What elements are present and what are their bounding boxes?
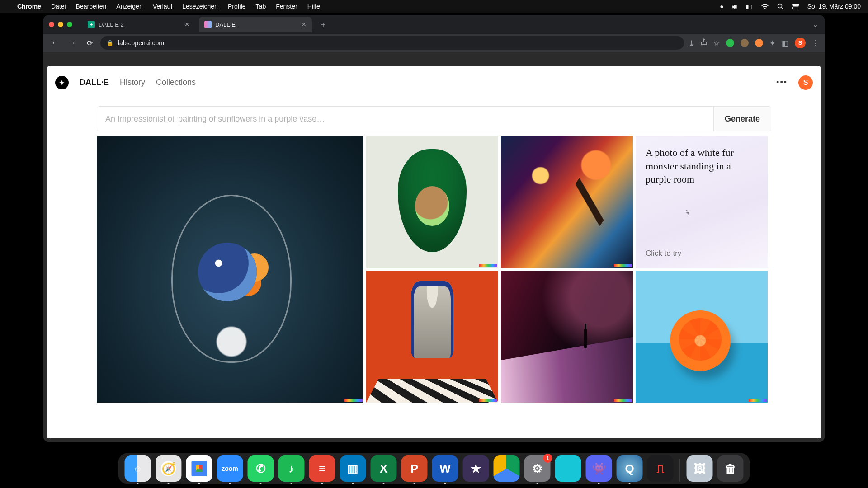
extension-shield-icon[interactable] bbox=[726, 39, 734, 47]
dock-whatsapp[interactable]: ✆ bbox=[248, 455, 274, 482]
palette-strip-icon bbox=[614, 399, 632, 402]
example-gallery: A photo of a white fur monster standing … bbox=[97, 136, 771, 403]
menu-lesezeichen[interactable]: Lesezeichen bbox=[182, 3, 218, 10]
share-icon[interactable] bbox=[701, 38, 707, 47]
dock-trello[interactable]: ▥ bbox=[340, 455, 366, 482]
palette-strip-icon bbox=[749, 399, 767, 402]
record-status-icon[interactable]: ● bbox=[720, 3, 723, 10]
window-close-icon[interactable] bbox=[49, 22, 54, 27]
gallery-tile-dunes[interactable] bbox=[501, 271, 633, 403]
dock-finder[interactable]: ☺ bbox=[125, 455, 151, 482]
gallery-tile-nebula-dunk[interactable] bbox=[501, 136, 633, 268]
extensions-puzzle-icon[interactable]: ✦ bbox=[769, 39, 775, 47]
window-controls bbox=[49, 22, 72, 27]
gallery-tile-avocado-chair[interactable] bbox=[366, 136, 498, 268]
menu-tab[interactable]: Tab bbox=[256, 3, 266, 10]
settings-badge: 1 bbox=[543, 454, 552, 463]
dock-quicktime[interactable]: Q bbox=[617, 455, 643, 482]
nav-dalle[interactable]: DALL·E bbox=[80, 78, 109, 87]
tabs-overflow-icon[interactable]: ⌄ bbox=[812, 20, 818, 29]
extension-icon[interactable] bbox=[741, 39, 749, 47]
menu-datei[interactable]: Datei bbox=[51, 3, 66, 10]
dock-separator bbox=[680, 459, 680, 482]
spotlight-icon[interactable] bbox=[777, 3, 784, 10]
dock-powerpoint[interactable]: P bbox=[401, 455, 428, 482]
install-app-icon[interactable]: ⤓ bbox=[689, 39, 694, 47]
extension-icon[interactable] bbox=[755, 39, 763, 47]
openai-logo-icon[interactable]: ✦ bbox=[55, 76, 69, 89]
tab-close-icon[interactable]: ✕ bbox=[184, 21, 190, 28]
window-minimize-icon[interactable] bbox=[58, 22, 63, 27]
suggestion-text: A photo of a white fur monster standing … bbox=[646, 146, 758, 186]
nav-reload-button[interactable]: ⟳ bbox=[83, 37, 96, 49]
menu-verlauf[interactable]: Verlauf bbox=[153, 3, 173, 10]
chrome-window: ✦ DALL·E 2 ✕ DALL·E ✕ ＋ ⌄ ← → ⟳ 🔒 labs.o… bbox=[43, 15, 825, 442]
sidepanel-icon[interactable]: ◧ bbox=[782, 39, 788, 47]
menu-fenster[interactable]: Fenster bbox=[276, 3, 297, 10]
menu-profile[interactable]: Profile bbox=[228, 3, 246, 10]
dock-chrome[interactable] bbox=[186, 455, 212, 482]
prompt-input[interactable] bbox=[97, 107, 713, 131]
nav-back-button[interactable]: ← bbox=[49, 37, 61, 49]
window-zoom-icon[interactable] bbox=[67, 22, 72, 27]
dock-zoom[interactable]: zoom bbox=[217, 455, 243, 482]
dock-trash[interactable]: 🗑 bbox=[717, 455, 744, 482]
gallery-tile-fishbowl[interactable] bbox=[97, 136, 363, 403]
tab-favicon-icon: ✦ bbox=[88, 21, 95, 28]
menubar-app-name[interactable]: Chrome bbox=[17, 3, 41, 10]
tab-dalle[interactable]: DALL·E ✕ bbox=[199, 17, 312, 32]
dock-safari[interactable]: 🧭 bbox=[156, 455, 182, 482]
tab-strip: ✦ DALL·E 2 ✕ DALL·E ✕ ＋ ⌄ bbox=[43, 15, 825, 34]
dock-excel[interactable]: X bbox=[371, 455, 397, 482]
svg-line-1 bbox=[782, 8, 783, 9]
tab-title: DALL·E 2 bbox=[99, 21, 124, 28]
dock-settings[interactable]: ⚙1 bbox=[524, 455, 551, 482]
dock-todoist[interactable]: ≡ bbox=[309, 455, 335, 482]
tab-dalle2[interactable]: ✦ DALL·E 2 ✕ bbox=[82, 17, 195, 32]
browser-toolbar: ← → ⟳ 🔒 labs.openai.com ⤓ ☆ ✦ ◧ S ⋮ bbox=[43, 34, 825, 52]
palette-strip-icon bbox=[479, 264, 497, 267]
control-center-icon[interactable] bbox=[792, 4, 799, 9]
menu-anzeigen[interactable]: Anzeigen bbox=[116, 3, 142, 10]
nav-forward-button[interactable]: → bbox=[66, 37, 79, 49]
wifi-icon[interactable] bbox=[761, 4, 769, 9]
tab-favicon-icon bbox=[204, 21, 212, 28]
generate-button[interactable]: Generate bbox=[713, 107, 771, 131]
user-avatar[interactable]: S bbox=[798, 75, 813, 90]
dock-spotify[interactable]: ♪ bbox=[278, 455, 305, 482]
dock-imovie[interactable]: ★ bbox=[463, 455, 489, 482]
nav-collections[interactable]: Collections bbox=[156, 78, 196, 87]
screen-record-icon[interactable]: ◉ bbox=[732, 3, 737, 10]
url-text: labs.openai.com bbox=[118, 39, 164, 47]
chrome-menu-icon[interactable]: ⋮ bbox=[812, 39, 819, 47]
dock-voice-memos[interactable]: ⎍ bbox=[647, 455, 674, 482]
menu-hilfe[interactable]: Hilfe bbox=[307, 3, 320, 10]
gallery-tile-orange[interactable] bbox=[636, 271, 768, 403]
battery-icon[interactable]: ▮▯ bbox=[745, 3, 753, 10]
macos-menubar: Chrome Datei Bearbeiten Anzeigen Verlauf… bbox=[0, 0, 868, 13]
menubar-clock[interactable]: So. 19. März 09:00 bbox=[807, 3, 861, 10]
prompt-bar: Generate bbox=[97, 106, 771, 131]
gallery-tile-robot-chess[interactable] bbox=[366, 271, 498, 403]
palette-strip-icon bbox=[344, 399, 363, 402]
page-viewport: ✦ DALL·E History Collections ••• S Gener… bbox=[43, 52, 825, 442]
dock-word[interactable]: W bbox=[432, 455, 458, 482]
tab-close-icon[interactable]: ✕ bbox=[301, 21, 307, 28]
new-tab-button[interactable]: ＋ bbox=[316, 19, 331, 30]
suggestion-card[interactable]: A photo of a white fur monster standing … bbox=[636, 136, 768, 268]
palette-strip-icon bbox=[479, 399, 497, 402]
dock-drive[interactable] bbox=[494, 455, 520, 482]
bookmark-star-icon[interactable]: ☆ bbox=[713, 39, 720, 47]
page-more-icon[interactable]: ••• bbox=[776, 78, 788, 87]
macos-dock: ☺ 🧭 zoom ✆ ♪ ≡ ▥ X P W ★ ⚙1 👾 Q ⎍ 🖼 🗑 bbox=[118, 453, 750, 484]
address-bar[interactable]: 🔒 labs.openai.com bbox=[100, 36, 684, 50]
pointer-cursor-icon: ☟ bbox=[685, 208, 690, 217]
dock-discord[interactable]: 👾 bbox=[586, 455, 612, 482]
dock-preview[interactable]: 🖼 bbox=[687, 455, 713, 482]
dock-app-cyan[interactable] bbox=[555, 455, 581, 482]
nav-history[interactable]: History bbox=[120, 78, 145, 87]
menu-bearbeiten[interactable]: Bearbeiten bbox=[76, 3, 107, 10]
profile-avatar[interactable]: S bbox=[795, 38, 806, 48]
svg-rect-3 bbox=[792, 7, 799, 9]
dalle-page: ✦ DALL·E History Collections ••• S Gener… bbox=[47, 66, 821, 438]
